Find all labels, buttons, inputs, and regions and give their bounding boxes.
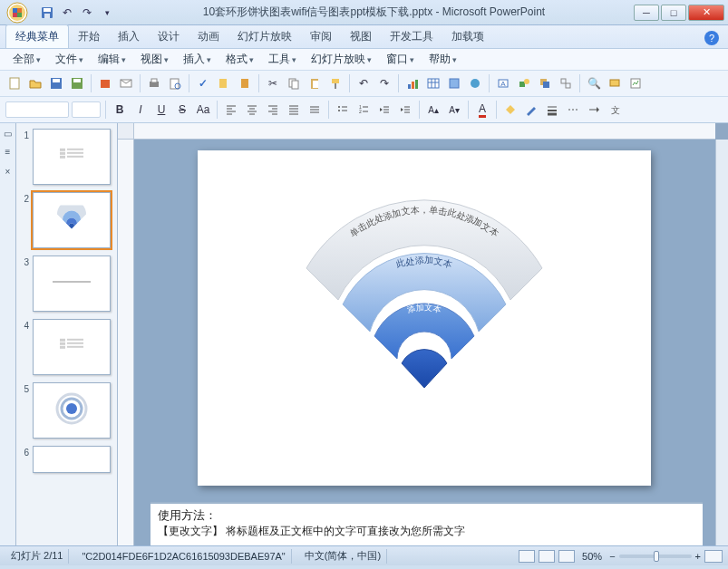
thumb-3[interactable]: 3 xyxy=(20,256,113,312)
shapes-icon[interactable] xyxy=(515,74,533,92)
slide-canvas[interactable]: 单击此处添加文本，单击此处添加文本 此处添加文本 添加文本 使用方法： 【更改文… xyxy=(134,140,715,545)
format-painter-icon[interactable] xyxy=(326,74,345,92)
zoom-icon[interactable]: 🔍 xyxy=(585,74,603,92)
zoom-out-icon[interactable]: − xyxy=(609,551,615,562)
sorter-view-button[interactable] xyxy=(539,550,555,563)
thumb-1[interactable]: 1 xyxy=(20,129,113,185)
tables-icon[interactable] xyxy=(445,74,463,92)
decrease-indent-icon[interactable] xyxy=(375,101,393,119)
line-color-icon[interactable] xyxy=(522,101,540,119)
align-right-icon[interactable] xyxy=(264,101,282,119)
text-direction-icon[interactable]: 文 xyxy=(606,101,624,119)
tab-addins[interactable]: 加载项 xyxy=(442,25,493,48)
italic-icon[interactable]: I xyxy=(131,101,150,119)
align-center-icon[interactable] xyxy=(243,101,261,119)
save-icon[interactable] xyxy=(47,74,65,92)
menu-tools[interactable]: 工具▾ xyxy=(263,50,302,69)
menu-all[interactable]: 全部▾ xyxy=(7,50,46,69)
font-size-box[interactable] xyxy=(72,101,101,118)
group-icon[interactable] xyxy=(557,74,575,92)
slide[interactable]: 单击此处添加文本，单击此处添加文本 此处添加文本 添加文本 xyxy=(198,150,651,486)
slides-tab-icon[interactable]: ▭ xyxy=(2,127,15,140)
line-weight-icon[interactable] xyxy=(543,101,561,119)
copy-icon[interactable] xyxy=(285,74,303,92)
mail-icon[interactable] xyxy=(117,74,135,92)
thumb-6[interactable]: 6 xyxy=(20,446,113,473)
ruler-horizontal[interactable] xyxy=(134,123,715,140)
zoom-value[interactable]: 50% xyxy=(582,551,602,562)
ruler-vertical[interactable] xyxy=(118,140,134,545)
undo-icon[interactable]: ↶ xyxy=(60,5,74,20)
text-box-icon[interactable]: A xyxy=(494,74,512,92)
close-button[interactable]: ✕ xyxy=(688,5,724,21)
normal-view-button[interactable] xyxy=(519,550,535,563)
save-icon[interactable] xyxy=(40,5,54,20)
tab-animation[interactable]: 动画 xyxy=(189,25,228,48)
tab-home[interactable]: 开始 xyxy=(69,25,109,48)
strikethrough-icon[interactable]: S xyxy=(173,101,191,119)
tab-view[interactable]: 视图 xyxy=(341,25,381,48)
increase-indent-icon[interactable] xyxy=(396,101,414,119)
new-icon[interactable] xyxy=(5,74,24,92)
notes-pane[interactable]: 使用方法： 【更改文字】 将标题框及正文框中的文字可直接改为您所需文字 xyxy=(150,502,703,545)
tab-review[interactable]: 审阅 xyxy=(301,25,341,48)
wifi-diagram[interactable]: 单击此处添加文本，单击此处添加文本 此处添加文本 添加文本 xyxy=(198,150,651,486)
slideshow-view-button[interactable] xyxy=(558,550,575,563)
run-icon[interactable] xyxy=(606,74,624,92)
menu-file[interactable]: 文件▾ xyxy=(50,50,89,69)
align-left-icon[interactable] xyxy=(222,101,240,119)
print-icon[interactable] xyxy=(145,74,163,92)
status-language[interactable]: 中文(简体，中国) xyxy=(299,549,387,564)
change-case-icon[interactable]: Aa xyxy=(194,101,212,119)
saveas-icon[interactable] xyxy=(68,74,86,92)
menu-insert[interactable]: 插入▾ xyxy=(178,50,217,69)
thesaurus-icon[interactable] xyxy=(236,74,254,92)
thumb-4[interactable]: 4 xyxy=(20,319,113,375)
research-icon[interactable] xyxy=(215,74,233,92)
shape-fill-icon[interactable] xyxy=(501,101,519,119)
minimize-button[interactable]: ─ xyxy=(634,5,659,21)
office-button[interactable] xyxy=(0,0,34,25)
table-icon[interactable] xyxy=(424,74,442,92)
bullets-icon[interactable] xyxy=(334,101,352,119)
decrease-font-icon[interactable]: A▾ xyxy=(445,101,463,119)
tab-insert[interactable]: 插入 xyxy=(109,25,149,48)
fit-view-button[interactable] xyxy=(704,550,723,563)
maximize-button[interactable]: □ xyxy=(661,5,686,21)
thumb-5[interactable]: 5 xyxy=(20,382,113,439)
macro-icon[interactable] xyxy=(626,74,645,92)
menu-edit[interactable]: 编辑▾ xyxy=(92,50,131,69)
open-icon[interactable] xyxy=(26,74,44,92)
permission-icon[interactable] xyxy=(96,74,114,92)
paste-icon[interactable] xyxy=(306,74,324,92)
bold-icon[interactable]: B xyxy=(111,101,129,119)
help-icon[interactable]: ? xyxy=(704,31,719,45)
arrows-icon[interactable] xyxy=(585,101,603,119)
menu-window[interactable]: 窗口▾ xyxy=(381,50,420,69)
numbering-icon[interactable]: 12 xyxy=(354,101,373,119)
arrange-icon[interactable] xyxy=(536,74,554,92)
thumb-2[interactable]: 2 xyxy=(20,192,113,248)
dashes-icon[interactable] xyxy=(564,101,582,119)
font-box[interactable] xyxy=(5,101,69,118)
qat-dropdown-icon[interactable]: ▾ xyxy=(100,5,114,20)
tab-design[interactable]: 设计 xyxy=(149,25,189,48)
outline-tab-icon[interactable]: ≡ xyxy=(2,145,15,158)
tab-classic-menu[interactable]: 经典菜单 xyxy=(5,24,69,48)
tab-developer[interactable]: 开发工具 xyxy=(381,25,442,48)
menu-format[interactable]: 格式▾ xyxy=(220,50,259,69)
menu-help[interactable]: 帮助▾ xyxy=(423,50,462,69)
tab-slideshow[interactable]: 幻灯片放映 xyxy=(228,25,301,48)
menu-view[interactable]: 视图▾ xyxy=(135,50,174,69)
font-color-icon[interactable]: A xyxy=(473,101,491,119)
zoom-slider[interactable] xyxy=(619,555,692,558)
menu-slideshow[interactable]: 幻灯片放映▾ xyxy=(306,50,377,69)
cut-icon[interactable]: ✂ xyxy=(264,74,282,92)
close-pane-icon[interactable]: × xyxy=(2,165,15,178)
redo-icon[interactable]: ↷ xyxy=(375,74,393,92)
redo-icon[interactable]: ↷ xyxy=(80,5,94,20)
increase-font-icon[interactable]: A▴ xyxy=(424,101,442,119)
spellcheck-icon[interactable]: ✓ xyxy=(194,74,212,92)
distributed-icon[interactable] xyxy=(306,101,324,119)
justify-icon[interactable] xyxy=(285,101,303,119)
